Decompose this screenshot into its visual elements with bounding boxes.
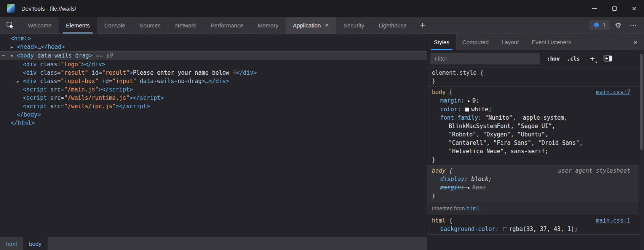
style-line[interactable]: margin: ▶ 8px; — [427, 183, 639, 192]
styles-panel: Styles Computed Layout Event Listeners »… — [427, 34, 644, 250]
tree-row[interactable]: <script src="/wails/ipc.js"></script> — [0, 102, 427, 111]
tree-row-selected[interactable]: ⋯▼<body data-wails-drag> == $0 — [0, 51, 427, 60]
style-line[interactable]: BlinkMacSystemFont, "Segoe UI", — [427, 122, 639, 130]
close-tab-icon[interactable]: ✕ — [325, 23, 329, 28]
token-value: 8px; — [472, 184, 486, 191]
expand-arrow-icon[interactable]: ▶ — [11, 43, 17, 51]
activity-badge[interactable]: 1 — [589, 20, 610, 30]
token-brace: { — [446, 89, 452, 96]
style-line[interactable]: "Helvetica Neue", sans-serif; — [427, 147, 639, 155]
tab-styles[interactable]: Styles — [427, 34, 456, 50]
more-tabs-button[interactable]: » — [627, 34, 644, 50]
tree-row[interactable]: </html> — [0, 119, 427, 127]
tab-memory[interactable]: Memory — [251, 17, 286, 34]
tab-performance[interactable]: Performance — [203, 17, 251, 34]
token-pun: = — [57, 78, 61, 85]
token-brace: { — [446, 167, 452, 174]
stylesheet-link[interactable]: main.css:1 — [596, 216, 630, 225]
inspect-icon — [6, 21, 14, 29]
tab-sources[interactable]: Sources — [133, 17, 168, 34]
tree-row[interactable]: <div class="logo"></div> — [0, 60, 427, 69]
style-line[interactable]: color: white; — [427, 105, 639, 114]
token-tag: </head> — [41, 43, 65, 50]
style-line[interactable]: display: block; — [427, 175, 639, 183]
tab-event-listeners[interactable]: Event Listeners — [525, 34, 577, 50]
close-button[interactable]: ✕ — [624, 0, 644, 17]
element-class-toggle[interactable]: .cls — [567, 56, 580, 62]
style-line[interactable]: } — [427, 77, 639, 85]
tab-welcome[interactable]: Welcome — [21, 17, 59, 34]
expand-arrow-icon[interactable]: ▼ — [11, 52, 17, 60]
color-swatch[interactable] — [503, 227, 507, 231]
tab-layout[interactable]: Layout — [495, 34, 525, 50]
token-wtri: ▶ — [468, 99, 472, 103]
styles-filter-input[interactable] — [430, 53, 540, 64]
settings-button[interactable]: ⚙ — [611, 18, 625, 32]
node-menu-icon[interactable]: ⋯ — [2, 51, 5, 60]
breadcrumb-html[interactable]: html — [0, 237, 23, 250]
style-line[interactable]: "Roboto", "Oxygen", "Ubuntu", — [427, 130, 639, 139]
stylesheet-link[interactable]: main.css:7 — [596, 88, 630, 96]
token-value: rgba(33, 37, 43, 1) — [509, 226, 575, 232]
token-value: "Roboto", "Oxygen", "Ubuntu", — [449, 131, 548, 138]
token-tag: > — [116, 103, 119, 110]
style-line[interactable]: background-color: rgba(33, 37, 43, 1); — [427, 225, 639, 233]
maximize-button[interactable] — [604, 0, 624, 17]
dom-breadcrumb-bar: html body — [0, 237, 427, 250]
pseudo-state-toggle[interactable]: :hov — [547, 56, 560, 62]
token-val: "result" — [102, 69, 129, 76]
inspect-element-button[interactable] — [0, 17, 21, 34]
token-attr: id — [99, 78, 109, 85]
tree-row[interactable]: </body> — [0, 111, 427, 119]
minimize-button[interactable] — [585, 0, 604, 17]
tree-row[interactable]: <div class="result" id="result">Please e… — [0, 69, 427, 77]
styles-rule-list: element.style {}main.css:7body {margin: … — [427, 67, 644, 250]
style-line[interactable]: } — [427, 192, 639, 200]
breadcrumb-body[interactable]: body — [23, 237, 48, 250]
style-line[interactable]: margin: ▶ 0; — [427, 96, 639, 105]
tab-elements[interactable]: Elements — [59, 17, 97, 34]
add-tab-button[interactable]: + — [414, 17, 431, 34]
token-pun: : — [478, 114, 485, 121]
token-tag: </div> — [209, 78, 229, 85]
style-line[interactable]: element.style { — [427, 69, 639, 77]
token-brace: { — [476, 69, 483, 76]
token-val: "/main.js" — [64, 86, 98, 93]
more-options-button[interactable]: ⋯ — [626, 18, 640, 32]
style-line[interactable]: font-family: "Nunito", -apple-system, — [427, 114, 639, 122]
tab-console[interactable]: Console — [97, 17, 133, 34]
token-prop: color — [440, 106, 457, 113]
styles-scrollbar[interactable] — [639, 50, 644, 250]
style-line[interactable]: } — [427, 155, 639, 164]
section-inherited-from: Inherited from html — [427, 202, 639, 215]
token-pun: = — [109, 78, 112, 85]
style-line[interactable]: "Cantarell", "Fira Sans", "Droid Sans", — [427, 139, 639, 147]
token-val: "input-box" — [61, 78, 98, 85]
token-tag: <div — [23, 69, 37, 76]
new-style-rule-button[interactable]: + — [588, 54, 597, 63]
style-line[interactable]: Inherited from html — [427, 204, 639, 213]
computed-sidebar-toggle-button[interactable] — [604, 55, 612, 62]
scrollbar-thumb[interactable] — [640, 54, 643, 150]
token-tag: </body> — [17, 111, 41, 118]
tree-row[interactable]: <html> — [0, 34, 427, 43]
tab-application[interactable]: Application ✕ — [286, 17, 336, 34]
token-pun: ; — [488, 106, 492, 113]
token-esel: element.style — [432, 69, 476, 76]
tree-row[interactable]: ▶<div class="input-box" id="input" data-… — [0, 77, 427, 85]
devtools-content: <html>▶<head>…</head>⋯▼<body data-wails-… — [0, 34, 644, 250]
token-pun: : — [464, 176, 471, 183]
color-swatch[interactable] — [465, 107, 469, 112]
token-attr: id — [88, 69, 99, 76]
token-pun: = — [57, 69, 61, 76]
expand-arrow-icon[interactable]: ▶ — [17, 77, 23, 86]
token-pun: ; — [476, 97, 479, 104]
token-mlink[interactable]: html — [466, 205, 480, 212]
tab-lighthouse[interactable]: Lighthouse — [371, 17, 414, 34]
tree-row[interactable]: ▶<head>…</head> — [0, 43, 427, 51]
tree-row[interactable]: <script src="/wails/runtime.js"></script… — [0, 94, 427, 102]
tab-network[interactable]: Network — [168, 17, 203, 34]
tab-security[interactable]: Security — [336, 17, 371, 34]
tab-computed[interactable]: Computed — [456, 34, 495, 50]
tree-row[interactable]: <script src="/main.js"></script> — [0, 85, 427, 94]
